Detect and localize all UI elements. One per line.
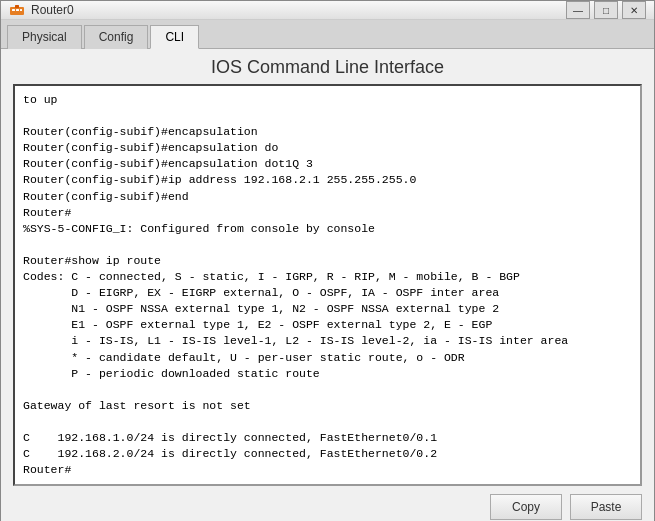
terminal-output[interactable]: to up Router(config-subif)#encapsulation… bbox=[13, 84, 642, 486]
copy-button[interactable]: Copy bbox=[490, 494, 562, 520]
tab-bar: Physical Config CLI bbox=[1, 20, 654, 49]
paste-button[interactable]: Paste bbox=[570, 494, 642, 520]
page-title: IOS Command Line Interface bbox=[1, 49, 654, 84]
maximize-button[interactable]: □ bbox=[594, 1, 618, 19]
app-icon bbox=[9, 2, 25, 18]
svg-rect-1 bbox=[12, 9, 15, 11]
svg-rect-4 bbox=[15, 5, 19, 8]
main-window: Router0 — □ ✕ Physical Config CLI IOS Co… bbox=[0, 0, 655, 521]
tab-cli[interactable]: CLI bbox=[150, 25, 199, 49]
content-area: to up Router(config-subif)#encapsulation… bbox=[1, 84, 654, 521]
svg-rect-3 bbox=[20, 9, 22, 11]
button-bar: Copy Paste bbox=[13, 486, 642, 521]
title-bar: Router0 — □ ✕ bbox=[1, 1, 654, 20]
window-controls: — □ ✕ bbox=[566, 1, 646, 19]
tab-config[interactable]: Config bbox=[84, 25, 149, 49]
minimize-button[interactable]: — bbox=[566, 1, 590, 19]
window-title: Router0 bbox=[31, 3, 566, 17]
svg-rect-2 bbox=[16, 9, 19, 11]
close-button[interactable]: ✕ bbox=[622, 1, 646, 19]
tab-physical[interactable]: Physical bbox=[7, 25, 82, 49]
